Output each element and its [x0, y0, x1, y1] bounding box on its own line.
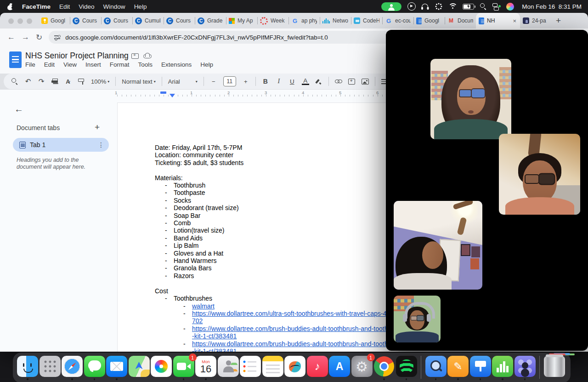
sidebar-tab-1[interactable]: Tab 1 ⋮ [13, 138, 109, 152]
document-line[interactable]: Socks [118, 197, 399, 204]
document-line[interactable]: https://www.dollartree.com/brush-buddies… [118, 325, 399, 332]
insert-image-icon[interactable] [362, 79, 369, 85]
dock-item[interactable] [239, 356, 261, 380]
font-size-input[interactable]: 11 [223, 76, 236, 86]
dock-item[interactable] [536, 356, 543, 379]
video-tile-participant-left[interactable] [394, 201, 482, 290]
dock-app-icon[interactable] [539, 356, 540, 379]
document-page[interactable]: Date: Friday, April 17th, 5-7PM Location… [117, 103, 399, 352]
dock-item[interactable] [106, 356, 128, 380]
spotlight-search-icon[interactable] [480, 3, 486, 10]
docs-menu-format[interactable]: Format [110, 61, 130, 68]
document-line[interactable]: -kit-1-ct/383481 [118, 332, 399, 340]
first-line-indent-marker[interactable] [160, 91, 166, 94]
document-line[interactable]: Deodorant (travel size) [118, 204, 399, 211]
document-line[interactable]: Toothbrush [118, 182, 399, 189]
document-line[interactable]: Hand Warmers [118, 257, 399, 264]
site-info-icon[interactable] [54, 34, 61, 40]
increase-font-size-button[interactable]: + [242, 78, 249, 85]
browser-tab[interactable]: Googl [39, 13, 70, 29]
dock-item[interactable] [17, 356, 39, 380]
menubar-clock[interactable]: Mon Feb 16 8:31 PM [522, 3, 582, 10]
browser-tab[interactable]: G ec-cou [382, 13, 413, 29]
browser-tab[interactable]: CodeH [351, 13, 382, 29]
document-line[interactable]: Location: community center [118, 151, 399, 159]
dock-app-icon[interactable] [17, 356, 38, 377]
add-comment-icon[interactable] [348, 79, 356, 85]
browser-tab[interactable]: C Grade [195, 13, 226, 29]
menubar-item-help[interactable]: Help [134, 3, 147, 10]
font-select[interactable]: Arial▾ [168, 78, 198, 85]
browser-tab[interactable]: My Ap [226, 13, 257, 29]
document-line[interactable] [118, 279, 399, 287]
document-line[interactable]: Lip Balm [118, 242, 399, 249]
underline-button[interactable]: U [288, 78, 296, 85]
dock-app-icon[interactable] [492, 356, 513, 377]
document-status-cloud-icon[interactable] [143, 54, 152, 58]
dock-app-icon[interactable] [151, 356, 172, 377]
spellcheck-icon[interactable]: A [64, 78, 72, 85]
play-circle-icon[interactable] [407, 2, 416, 11]
browser-tab[interactable]: C Cumul [132, 13, 164, 29]
facetime-active-pill-icon[interactable] [381, 2, 401, 11]
print-icon[interactable] [51, 79, 58, 85]
dock-item[interactable] [284, 356, 306, 380]
italic-button[interactable]: I [275, 78, 283, 85]
browser-tab[interactable]: G ap phy [288, 13, 320, 29]
dock-app-icon[interactable] [425, 356, 447, 377]
dock-app-icon[interactable]: ⚙ 1 [351, 356, 373, 377]
dock-app-icon[interactable] [40, 356, 61, 377]
dock-app-icon[interactable] [373, 356, 395, 377]
wifi-icon[interactable] [448, 3, 457, 10]
redo-icon[interactable]: ↷ [38, 77, 45, 86]
close-tabs-panel-icon[interactable]: ← [14, 104, 23, 114]
browser-tab[interactable]: Googl [413, 13, 445, 29]
zoom-select[interactable]: 100%▾ [91, 78, 109, 85]
dock-app-icon[interactable] [240, 356, 261, 377]
paint-format-icon[interactable] [78, 78, 85, 85]
document-line[interactable]: walmart [118, 302, 399, 310]
dock-app-icon[interactable]: ✎ [447, 356, 469, 377]
dock-item[interactable] [396, 356, 418, 380]
dock-app-icon[interactable] [262, 356, 283, 377]
document-line[interactable]: Band Aids [118, 234, 399, 242]
browser-tab[interactable]: C Cours [101, 13, 132, 29]
headphones-icon[interactable] [422, 4, 429, 10]
dock-app-icon[interactable]: 1 [173, 356, 194, 377]
apple-logo-icon[interactable] [7, 3, 13, 10]
dock-item[interactable] [425, 356, 447, 380]
paragraph-style-select[interactable]: Normal text▾ [122, 78, 155, 85]
browser-tab[interactable]: Week [257, 13, 288, 29]
new-tab-button[interactable]: + [551, 16, 561, 29]
search-icon[interactable] [11, 78, 18, 85]
dock-item[interactable] [543, 356, 565, 380]
dock-app-icon[interactable] [284, 356, 305, 377]
google-docs-logo-icon[interactable] [9, 51, 22, 68]
docs-menu-insert[interactable]: Insert [85, 61, 101, 68]
menubar-item-window[interactable]: Window [103, 3, 125, 10]
dock-app-icon[interactable] [62, 356, 83, 377]
dock-item[interactable] [373, 356, 395, 380]
document-line[interactable]: 702 [118, 317, 399, 325]
document-line[interactable]: Cost [118, 287, 399, 295]
dock-app-icon[interactable]: Mon 16 [195, 356, 216, 377]
undo-icon[interactable]: ↶ [24, 77, 32, 86]
zoom-window-button[interactable] [27, 18, 32, 24]
decrease-font-size-button[interactable]: − [210, 78, 217, 85]
document-line[interactable]: Granola Bars [118, 264, 399, 272]
back-icon[interactable]: ← [7, 33, 15, 42]
flower-icon[interactable] [435, 3, 442, 10]
dock-item[interactable]: 1 [173, 356, 195, 380]
browser-tab[interactable]: C Cours [70, 13, 101, 29]
document-line[interactable]: Toothbrushes [118, 295, 399, 302]
document-line[interactable]: Toothpaste [118, 189, 399, 196]
document-line[interactable] [118, 166, 399, 174]
document-line[interactable]: Razors [118, 272, 399, 279]
document-line[interactable]: Comb [118, 219, 399, 227]
dock-item[interactable] [217, 356, 239, 380]
siri-icon[interactable] [506, 3, 514, 11]
forward-icon[interactable]: → [22, 33, 29, 42]
highlight-color-icon[interactable] [315, 79, 322, 85]
menubar-item-video[interactable]: Video [79, 3, 94, 10]
browser-tab[interactable]: 24-pa [520, 13, 551, 29]
